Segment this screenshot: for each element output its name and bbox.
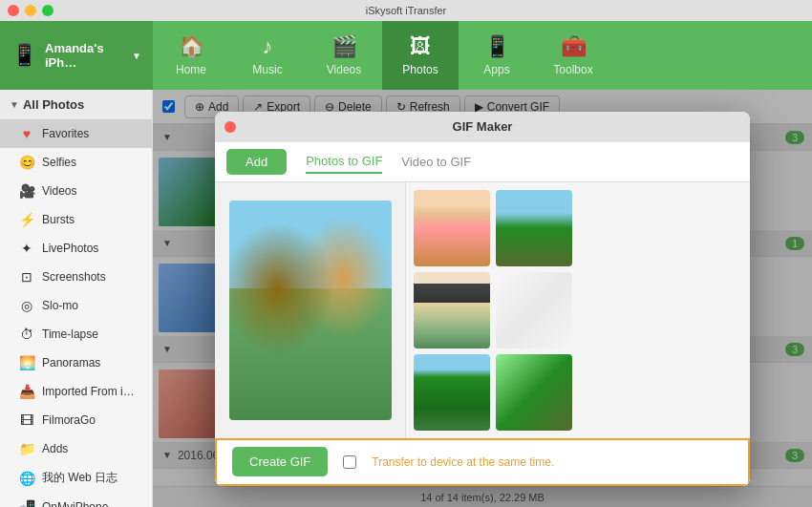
sidebar-selfies-label: Selfies bbox=[42, 156, 76, 169]
transfer-checkbox[interactable] bbox=[343, 455, 356, 469]
zootopia-artwork bbox=[229, 201, 392, 420]
adds-icon: 📁 bbox=[19, 441, 34, 456]
heart-icon: ♥ bbox=[19, 126, 34, 141]
close-button[interactable] bbox=[8, 5, 19, 16]
modal-thumb-2[interactable] bbox=[496, 190, 572, 266]
sidebar-item-slomo[interactable]: ◎ Slo-mo bbox=[0, 291, 152, 320]
sidebar-onmyiphone-label: OnMyiPhone bbox=[42, 500, 108, 507]
face-icon: 😊 bbox=[19, 155, 34, 170]
sidebar-item-panoramas[interactable]: 🌅 Panoramas bbox=[0, 349, 152, 377]
title-bar: iSkysoft iTransfer bbox=[0, 0, 812, 21]
modal-thumb-5[interactable] bbox=[414, 354, 490, 431]
filmorago-icon: 🎞 bbox=[19, 412, 34, 428]
import-icon: 📥 bbox=[19, 384, 34, 399]
main-layout: ▼ All Photos ♥ Favorites 😊 Selfies 🎥 Vid… bbox=[0, 90, 812, 507]
tab-videos-label: Videos bbox=[327, 63, 361, 76]
modal-title-bar: GIF Maker bbox=[215, 112, 750, 142]
apps-icon: 📱 bbox=[484, 34, 510, 59]
modal-close-button[interactable] bbox=[224, 121, 236, 133]
chevron-down-icon: ▼ bbox=[132, 51, 141, 61]
screenshot-icon: ⊡ bbox=[19, 269, 34, 285]
tab-photos-to-gif[interactable]: Photos to GIF bbox=[306, 150, 382, 174]
burst-icon: ⚡ bbox=[19, 212, 34, 227]
sidebar-livephotos-label: LivePhotos bbox=[42, 242, 98, 255]
header: 📱 Amanda's iPh… ▼ 🏠 Home ♪ Music 🎬 Video… bbox=[0, 21, 812, 90]
minimize-button[interactable] bbox=[25, 5, 36, 16]
sidebar-timelapse-label: Time-lapse bbox=[42, 327, 98, 341]
tab-home-label: Home bbox=[176, 63, 206, 76]
home-icon: 🏠 bbox=[179, 34, 204, 59]
modal-overlay: GIF Maker Add Photos to GIF Video to GIF bbox=[153, 90, 812, 507]
tab-apps[interactable]: 📱 Apps bbox=[459, 21, 535, 90]
sidebar-slomo-label: Slo-mo bbox=[42, 299, 78, 312]
main-selected-image[interactable] bbox=[229, 201, 392, 420]
modal-body bbox=[215, 182, 750, 438]
web-icon: 🌐 bbox=[19, 471, 34, 486]
sidebar-item-favorites[interactable]: ♥ Favorites bbox=[0, 119, 152, 148]
onmyiphone-icon: 📲 bbox=[19, 499, 34, 507]
create-gif-button[interactable]: Create GIF bbox=[232, 447, 328, 476]
modal-thumb-1[interactable] bbox=[414, 190, 490, 266]
sidebar-adds-label: Adds bbox=[42, 442, 68, 455]
sidebar-section-label: All Photos bbox=[23, 97, 84, 112]
tab-videos[interactable]: 🎬 Videos bbox=[306, 21, 382, 90]
gif-maker-modal: GIF Maker Add Photos to GIF Video to GIF bbox=[215, 112, 750, 486]
tab-music[interactable]: ♪ Music bbox=[229, 21, 306, 90]
maximize-button[interactable] bbox=[42, 5, 53, 16]
thumb-row-2 bbox=[414, 272, 742, 349]
sidebar-item-videos[interactable]: 🎥 Videos bbox=[0, 177, 152, 205]
window-title: iSkysoft iTransfer bbox=[366, 5, 447, 16]
device-name: Amanda's iPh… bbox=[45, 41, 122, 70]
sidebar-item-filmorago[interactable]: 🎞 FilmoraGo bbox=[0, 406, 152, 434]
collapse-arrow-icon: ▼ bbox=[10, 99, 19, 110]
sidebar-favorites-label: Favorites bbox=[42, 127, 89, 140]
modal-thumb-3[interactable] bbox=[414, 272, 490, 349]
sidebar-screenshots-label: Screenshots bbox=[42, 270, 106, 284]
sidebar-videos-label: Videos bbox=[42, 184, 76, 198]
sidebar-item-adds[interactable]: 📁 Adds bbox=[0, 434, 152, 463]
sidebar-item-onmyiphone[interactable]: 📲 OnMyiPhone bbox=[0, 493, 152, 507]
thumb-row-3 bbox=[414, 354, 742, 431]
sidebar-item-imported[interactable]: 📥 Imported From i… bbox=[0, 377, 152, 406]
tab-apps-label: Apps bbox=[483, 63, 509, 76]
tab-home[interactable]: 🏠 Home bbox=[153, 21, 229, 90]
live-icon: ✦ bbox=[19, 241, 34, 256]
window-controls bbox=[8, 5, 53, 16]
music-icon: ♪ bbox=[263, 34, 273, 59]
sidebar-section-all-photos[interactable]: ▼ All Photos bbox=[0, 90, 152, 119]
modal-thumb-4[interactable] bbox=[496, 272, 572, 349]
modal-main-image-panel bbox=[215, 182, 406, 438]
modal-thumb-6[interactable] bbox=[496, 354, 572, 431]
content-area: ⊕ Add ↗ Export ⊖ Delete ↻ Refresh ▶ Conv… bbox=[153, 90, 812, 507]
modal-add-button[interactable]: Add bbox=[226, 149, 287, 175]
tab-toolbox[interactable]: 🧰 Toolbox bbox=[535, 21, 611, 90]
tab-music-label: Music bbox=[252, 63, 282, 76]
toolbox-icon: 🧰 bbox=[561, 34, 587, 59]
sidebar-item-screenshots[interactable]: ⊡ Screenshots bbox=[0, 263, 152, 291]
panorama-icon: 🌅 bbox=[19, 355, 34, 370]
modal-bottom-bar: Create GIF Transfer to device at the sam… bbox=[215, 438, 750, 486]
modal-toolbar: Add Photos to GIF Video to GIF bbox=[215, 142, 750, 182]
sidebar-imported-label: Imported From i… bbox=[42, 385, 135, 398]
sidebar-bursts-label: Bursts bbox=[42, 213, 75, 226]
sidebar-item-web[interactable]: 🌐 我的 Web 日志 bbox=[0, 463, 152, 493]
modal-thumbnails-panel bbox=[406, 182, 750, 438]
device-icon: 📱 bbox=[11, 43, 37, 68]
modal-title: GIF Maker bbox=[453, 119, 513, 134]
thumb-row-1 bbox=[414, 190, 742, 266]
tab-toolbox-label: Toolbox bbox=[553, 63, 592, 76]
tab-video-to-gif[interactable]: Video to GIF bbox=[401, 151, 471, 173]
tab-photos[interactable]: 🖼 Photos bbox=[382, 21, 459, 90]
sidebar-item-selfies[interactable]: 😊 Selfies bbox=[0, 148, 152, 177]
timelapse-icon: ⏱ bbox=[19, 327, 34, 342]
tab-photos-label: Photos bbox=[402, 63, 438, 76]
transfer-label: Transfer to device at the same time. bbox=[372, 455, 554, 469]
nav-tabs: 🏠 Home ♪ Music 🎬 Videos 🖼 Photos 📱 Apps … bbox=[153, 21, 812, 90]
video-camera-icon: 🎥 bbox=[19, 183, 34, 199]
sidebar-item-timelapse[interactable]: ⏱ Time-lapse bbox=[0, 320, 152, 349]
sidebar-item-livephotos[interactable]: ✦ LivePhotos bbox=[0, 234, 152, 263]
sidebar: ▼ All Photos ♥ Favorites 😊 Selfies 🎥 Vid… bbox=[0, 90, 153, 507]
sidebar-item-bursts[interactable]: ⚡ Bursts bbox=[0, 205, 152, 234]
sidebar-filmorago-label: FilmoraGo bbox=[42, 413, 96, 427]
device-section[interactable]: 📱 Amanda's iPh… ▼ bbox=[0, 21, 153, 90]
